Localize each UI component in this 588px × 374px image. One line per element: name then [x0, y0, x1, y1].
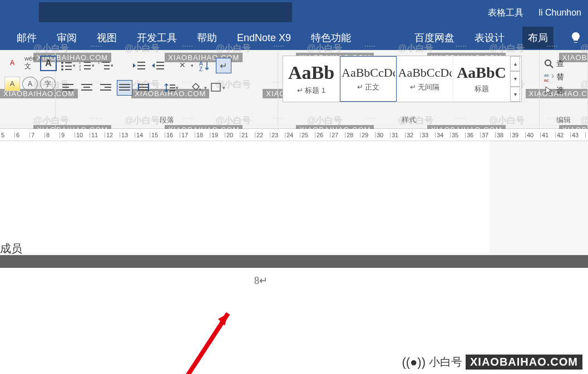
svg-rect-1 — [65, 62, 72, 63]
menu-mail[interactable]: 邮件 — [14, 27, 39, 49]
menu-devtools[interactable]: 开发工具 — [135, 27, 179, 49]
phonetic-button[interactable]: wén文 — [22, 56, 38, 70]
text-direction-button[interactable]: ✕▾ — [178, 58, 194, 73]
broadcast-icon: ((●)) — [402, 355, 426, 370]
style-heading1[interactable]: AaBb ↵ 标题 1 — [283, 56, 340, 102]
ribbon-edit-group: 查 abac 替 选 编辑 — [540, 50, 588, 128]
page-1-bottom — [0, 141, 490, 252]
highlight-button[interactable]: A — [4, 77, 20, 91]
sort-button[interactable]: AZ — [197, 58, 213, 73]
svg-rect-19 — [156, 62, 164, 63]
svg-text:ac: ac — [544, 78, 549, 82]
svg-rect-39 — [138, 87, 149, 88]
svg-rect-15 — [104, 68, 110, 69]
svg-rect-35 — [119, 84, 130, 85]
paragraph-group-label: 段落 — [56, 115, 278, 128]
table-tools-label: 表格工具 — [479, 7, 532, 19]
style-normal[interactable]: AaBbCcDc ↵ 正文 — [340, 56, 397, 102]
distribute-button[interactable] — [136, 80, 151, 96]
search-icon — [544, 59, 554, 69]
horizontal-ruler[interactable]: 5678910111213141516171819202122232425262… — [0, 129, 588, 141]
svg-rect-20 — [156, 65, 164, 66]
ribbon: A wén文 A A A 字 ▾ 123▾ 1▾ — [0, 50, 588, 129]
svg-rect-43 — [170, 84, 175, 86]
menu-baidu[interactable]: 百度网盘 — [412, 27, 457, 49]
svg-rect-31 — [81, 89, 92, 91]
svg-point-47 — [545, 60, 551, 66]
watermark-logo: ((●)) 小白号 XIAOBAIHAO.COM — [402, 355, 582, 370]
menu-layout[interactable]: 布局 — [522, 27, 554, 49]
increase-indent-button[interactable] — [150, 58, 166, 73]
svg-rect-21 — [156, 68, 164, 69]
tell-me-icon[interactable] — [569, 31, 588, 44]
shading-button[interactable]: ▾ — [191, 80, 207, 96]
align-justify-button[interactable] — [117, 80, 132, 96]
bullets-button[interactable]: ▾ — [60, 58, 76, 73]
svg-text:3: 3 — [79, 68, 81, 71]
svg-line-48 — [550, 65, 553, 68]
svg-rect-14 — [104, 65, 110, 66]
gallery-up-button[interactable]: ▴ — [510, 56, 520, 71]
replace-icon: abac — [544, 72, 554, 82]
align-left-button[interactable] — [60, 80, 76, 96]
table-cell-member[interactable]: 成员 — [0, 241, 22, 256]
svg-rect-29 — [81, 84, 92, 85]
svg-text:Z: Z — [199, 66, 202, 71]
svg-rect-46 — [211, 83, 220, 91]
svg-point-4 — [61, 68, 63, 71]
svg-rect-26 — [62, 84, 73, 85]
menu-bar: 邮件 审阅 视图 开发工具 帮助 EndNote X9 特色功能 百度网盘 表设… — [0, 26, 588, 50]
svg-rect-11 — [84, 68, 91, 69]
char-border-button[interactable]: A — [40, 56, 57, 71]
svg-rect-13 — [102, 62, 110, 63]
svg-point-2 — [61, 65, 63, 67]
title-placeholder — [39, 2, 292, 22]
menu-view[interactable]: 视图 — [95, 27, 119, 49]
svg-text:✕: ✕ — [179, 61, 186, 69]
menu-tabledesign[interactable]: 表设计 — [472, 27, 507, 49]
svg-text:↵: ↵ — [220, 61, 227, 71]
multilevel-button[interactable]: 1▾ — [98, 58, 113, 73]
menu-features[interactable]: 特色功能 — [309, 27, 353, 49]
font-color-button[interactable]: A — [4, 56, 20, 70]
menu-help[interactable]: 帮助 — [195, 27, 219, 49]
svg-text:1: 1 — [98, 61, 100, 64]
align-center-button[interactable] — [79, 80, 95, 96]
decrease-indent-button[interactable] — [131, 58, 147, 73]
svg-rect-44 — [170, 87, 175, 88]
title-bar: 表格工具 li Chunhon — [0, 0, 588, 26]
select-button[interactable]: 选 — [544, 86, 564, 96]
svg-rect-5 — [65, 69, 72, 70]
line-spacing-button[interactable]: ▾ — [164, 80, 179, 96]
svg-rect-16 — [137, 62, 145, 63]
enclose-char-button[interactable]: 字 — [40, 77, 56, 91]
gallery-down-button[interactable]: ▾ — [510, 71, 520, 86]
gallery-more-button[interactable]: ▾ — [510, 87, 520, 102]
find-button[interactable]: 查 — [544, 59, 564, 69]
ribbon-font-group: A wén文 A A A 字 — [0, 50, 56, 128]
show-marks-button[interactable]: ↵ — [216, 58, 231, 73]
svg-rect-28 — [62, 89, 73, 91]
menu-review[interactable]: 审阅 — [55, 27, 79, 49]
document-area[interactable]: 成员 8↵ — [0, 141, 588, 374]
replace-button[interactable]: abac 替 — [544, 72, 564, 82]
style-nospacing[interactable]: AaBbCcDc ↵ 无间隔 — [397, 56, 453, 102]
svg-rect-9 — [84, 65, 91, 66]
borders-button[interactable]: ▾ — [210, 80, 226, 96]
svg-rect-40 — [138, 89, 149, 91]
style-title[interactable]: AaBbC 标题 — [453, 56, 510, 102]
svg-rect-42 — [148, 83, 149, 91]
align-right-button[interactable] — [98, 80, 113, 96]
char-shading-button[interactable]: A — [22, 77, 38, 91]
styles-gallery: AaBb ↵ 标题 1 AaBbCcDc ↵ 正文 AaBbCcDc ↵ 无间隔… — [283, 56, 522, 102]
ribbon-styles-group: AaBb ↵ 标题 1 AaBbCcDc ↵ 正文 AaBbCcDc ↵ 无间隔… — [278, 50, 540, 128]
svg-rect-37 — [119, 89, 130, 91]
svg-rect-18 — [137, 68, 145, 69]
ribbon-paragraph-group: ▾ 123▾ 1▾ ✕▾ AZ ↵ — [56, 50, 278, 128]
styles-group-label: 样式 — [278, 115, 539, 128]
user-name[interactable]: li Chunhon — [532, 8, 589, 18]
menu-endnote[interactable]: EndNote X9 — [235, 28, 293, 48]
numbering-button[interactable]: 123▾ — [79, 58, 95, 73]
svg-rect-41 — [138, 83, 139, 91]
svg-rect-17 — [137, 65, 145, 66]
